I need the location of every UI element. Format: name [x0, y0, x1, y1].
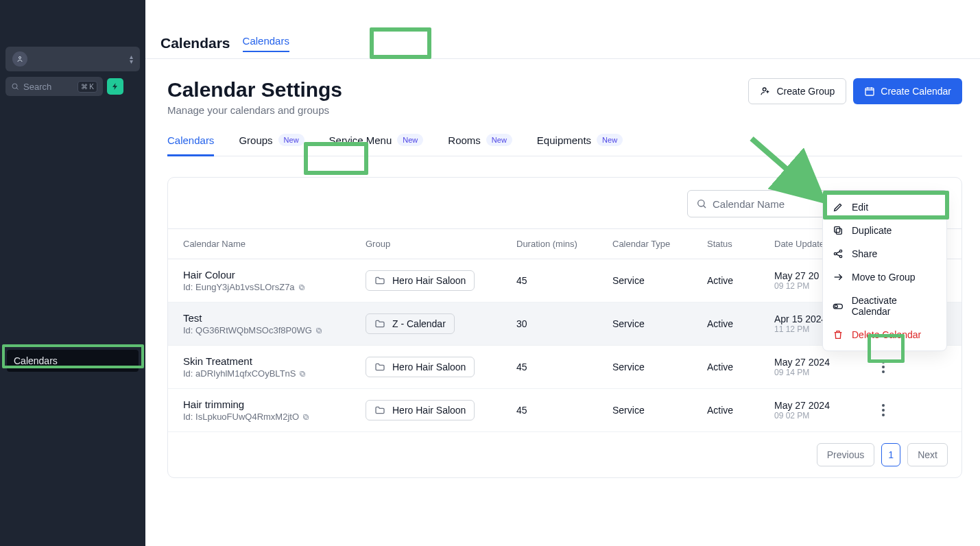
- bolt-button[interactable]: [107, 78, 123, 95]
- copy-icon[interactable]: [298, 370, 307, 378]
- subtab-groups[interactable]: Groups New: [239, 134, 304, 156]
- folder-icon: [374, 275, 385, 286]
- calendar-name: Hair Colour: [183, 269, 235, 281]
- folder-icon: [374, 318, 385, 329]
- calendar-name: Hair trimming: [183, 399, 244, 410]
- svg-line-21: [836, 254, 839, 257]
- cell-name: Hair Colour Id: EungY3jAb1vsSLOrsZ7a: [168, 259, 355, 302]
- svg-rect-9: [318, 329, 322, 333]
- header: Calendars Calendars: [145, 0, 980, 59]
- create-calendar-button[interactable]: Create Calendar: [853, 78, 962, 104]
- menu-item-duplicate[interactable]: Duplicate: [823, 219, 946, 242]
- menu-item-share[interactable]: Share: [823, 242, 946, 265]
- menu-label: Duplicate: [852, 225, 892, 236]
- table-row[interactable]: Hair trimming Id: IsLpkuoFUwQ4RmxM2jtO H…: [168, 389, 961, 432]
- menu-item-move[interactable]: Move to Group: [823, 265, 946, 289]
- svg-point-3: [763, 88, 767, 91]
- pagination: Previous 1 Next: [168, 432, 961, 477]
- menu-item-edit[interactable]: Edit: [823, 195, 946, 219]
- cell-duration: 30: [505, 302, 601, 345]
- menu-label: Edit: [852, 202, 868, 213]
- group-name: Hero Hair Saloon: [392, 275, 466, 286]
- new-badge: New: [597, 134, 623, 146]
- sidebar-item-calendars[interactable]: Calendars: [7, 350, 139, 372]
- trash-icon: [833, 329, 844, 340]
- svg-rect-13: [304, 416, 309, 420]
- svg-line-20: [836, 252, 839, 254]
- page-title: Calendar Settings: [167, 78, 342, 102]
- calendar-id: Id: IsLpkuoFUwQ4RmxM2jtO: [183, 412, 310, 422]
- pencil-icon: [833, 202, 844, 213]
- th-type: Calendar Type: [601, 229, 696, 259]
- group-chip[interactable]: Hero Hair Saloon: [366, 270, 475, 291]
- time-value: 09 14 PM: [774, 368, 809, 377]
- search-icon: [696, 198, 707, 209]
- cell-actions: [863, 389, 904, 431]
- updown-chevron-icon: ▴▾: [130, 54, 133, 64]
- sidebar-search[interactable]: Search ⌘ K: [5, 77, 103, 96]
- cell-type: Service: [601, 389, 696, 431]
- cell-status: Active: [696, 346, 763, 388]
- subtab-equipments[interactable]: Equipments New: [537, 134, 623, 156]
- time-value: 09 02 PM: [774, 411, 809, 420]
- cell-type: Service: [601, 346, 696, 388]
- cell-duration: 45: [505, 346, 601, 388]
- group-chip[interactable]: Hero Hair Saloon: [366, 357, 475, 377]
- person-plus-icon: [760, 86, 771, 97]
- svg-rect-14: [304, 414, 308, 418]
- header-title: Calendars: [160, 35, 230, 51]
- group-chip[interactable]: Z - Calendar: [366, 313, 455, 334]
- row-menu-button[interactable]: [874, 399, 893, 422]
- search-icon: [11, 82, 19, 91]
- cell-type: Service: [601, 302, 696, 345]
- svg-line-6: [704, 206, 706, 208]
- workspace-selector[interactable]: ▴▾: [5, 47, 140, 71]
- calendar-id: Id: EungY3jAb1vsSLOrsZ7a: [183, 282, 306, 292]
- page-current[interactable]: 1: [881, 443, 900, 466]
- group-chip[interactable]: Hero Hair Saloon: [366, 400, 475, 420]
- subtab-service-menu[interactable]: Service Menu New: [329, 134, 424, 156]
- svg-rect-4: [865, 88, 874, 95]
- cell-group: Hero Hair Saloon: [355, 389, 505, 431]
- sidebar-item-label: Calendars: [14, 355, 58, 366]
- subtab-label: Equipments: [537, 134, 591, 146]
- svg-rect-10: [316, 328, 320, 332]
- subtab-calendars[interactable]: Calendars: [167, 134, 214, 156]
- menu-label: Share: [852, 248, 877, 259]
- row-context-menu: Edit Duplicate Share Move to Group Deact…: [822, 191, 947, 351]
- menu-label: Deactivate Calendar: [852, 295, 937, 317]
- cell-duration: 45: [505, 389, 601, 431]
- cell-duration: 45: [505, 259, 601, 302]
- calendar-name: Test: [183, 312, 202, 324]
- search-shortcut: ⌘ K: [77, 81, 97, 93]
- table-row[interactable]: Skin Treatment Id: aDRIyhlM1qfxCOyBLTnS …: [168, 346, 961, 389]
- create-group-button[interactable]: Create Group: [748, 78, 846, 104]
- subtab-rooms[interactable]: Rooms New: [448, 134, 512, 156]
- share-icon: [833, 248, 844, 259]
- search-placeholder: Calendar Name: [713, 198, 785, 210]
- menu-label: Move to Group: [852, 272, 916, 283]
- group-name: Hero Hair Saloon: [392, 405, 466, 416]
- subtab-label: Rooms: [448, 134, 481, 146]
- next-button[interactable]: Next: [907, 443, 948, 466]
- group-name: Hero Hair Saloon: [392, 361, 466, 372]
- vertical-dots-icon: [882, 404, 885, 416]
- copy-icon[interactable]: [315, 327, 323, 335]
- copy-icon: [833, 225, 844, 236]
- cell-status: Active: [696, 259, 763, 302]
- cell-type: Service: [601, 259, 696, 302]
- date-value: May 27 2024: [774, 357, 830, 368]
- copy-icon[interactable]: [302, 413, 310, 421]
- previous-button[interactable]: Previous: [817, 443, 874, 466]
- row-menu-button[interactable]: [874, 355, 893, 379]
- copy-icon[interactable]: [298, 283, 306, 292]
- menu-item-delete[interactable]: Delete Calendar: [823, 323, 946, 346]
- folder-icon: [374, 405, 385, 416]
- header-tab-calendars[interactable]: Calendars: [243, 35, 289, 51]
- time-value: 09 12 PM: [774, 281, 809, 291]
- svg-rect-7: [300, 286, 304, 290]
- menu-item-deactivate[interactable]: Deactivate Calendar: [823, 289, 946, 323]
- cell-name: Test Id: QG36RtWQbMSOc3f8P0WG: [168, 302, 355, 345]
- cell-status: Active: [696, 389, 763, 431]
- date-value: May 27 2024: [774, 400, 830, 411]
